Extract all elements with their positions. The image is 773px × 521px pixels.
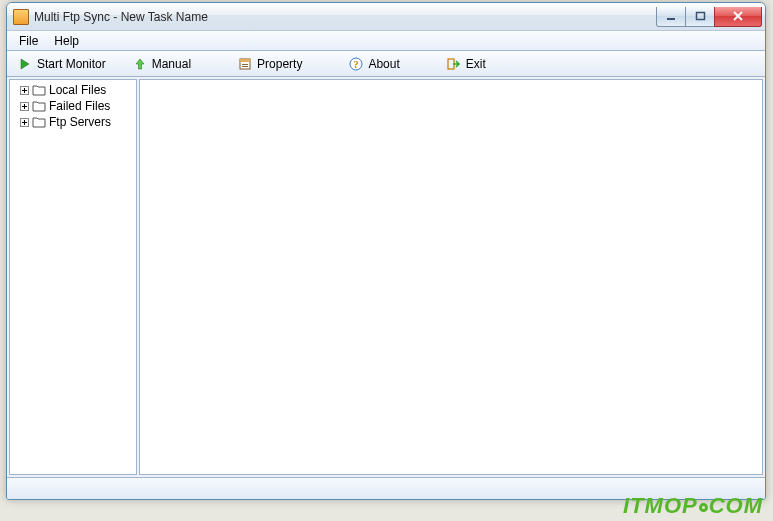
exit-icon: [446, 56, 462, 72]
play-icon: [17, 56, 33, 72]
folder-icon: [32, 116, 46, 128]
help-icon: ?: [348, 56, 364, 72]
expand-icon: [20, 118, 29, 127]
folder-icon: [32, 84, 46, 96]
expand-icon: [20, 102, 29, 111]
menu-file[interactable]: File: [11, 32, 46, 50]
close-button[interactable]: [714, 7, 762, 27]
expand-icon: [20, 86, 29, 95]
close-icon: [732, 10, 744, 22]
svg-rect-4: [242, 64, 248, 65]
tree-item-ftp-servers[interactable]: Ftp Servers: [10, 114, 136, 130]
tree-item-label: Failed Files: [49, 99, 110, 113]
about-label: About: [368, 57, 399, 71]
tree-item-failed-files[interactable]: Failed Files: [10, 98, 136, 114]
about-button[interactable]: ? About: [342, 54, 405, 74]
status-bar: [7, 477, 765, 499]
exit-label: Exit: [466, 57, 486, 71]
minimize-icon: [666, 11, 677, 22]
title-bar: Multi Ftp Sync - New Task Name: [7, 3, 765, 31]
tree-panel[interactable]: Local Files Failed Files Ftp Servers: [9, 79, 137, 475]
exit-button[interactable]: Exit: [440, 54, 492, 74]
window-control-buttons: [657, 7, 763, 27]
property-icon: [237, 56, 253, 72]
menu-help[interactable]: Help: [46, 32, 87, 50]
manual-label: Manual: [152, 57, 191, 71]
maximize-button[interactable]: [685, 7, 715, 27]
svg-rect-0: [667, 18, 675, 20]
tree-item-label: Ftp Servers: [49, 115, 111, 129]
upload-icon: [132, 56, 148, 72]
content-panel[interactable]: [139, 79, 763, 475]
start-monitor-label: Start Monitor: [37, 57, 106, 71]
property-label: Property: [257, 57, 302, 71]
svg-rect-1: [696, 12, 704, 19]
folder-icon: [32, 100, 46, 112]
property-button[interactable]: Property: [231, 54, 308, 74]
maximize-icon: [695, 11, 706, 22]
app-window: Multi Ftp Sync - New Task Name File Help…: [6, 2, 766, 500]
watermark-dot: [699, 503, 708, 512]
svg-rect-5: [242, 66, 248, 67]
svg-rect-3: [240, 59, 250, 62]
start-monitor-button[interactable]: Start Monitor: [11, 54, 112, 74]
app-icon: [13, 9, 29, 25]
manual-button[interactable]: Manual: [126, 54, 197, 74]
window-title: Multi Ftp Sync - New Task Name: [34, 10, 208, 24]
toolbar: Start Monitor Manual Property ? About Ex…: [7, 51, 765, 77]
menu-bar: File Help: [7, 31, 765, 51]
tree-item-local-files[interactable]: Local Files: [10, 82, 136, 98]
client-area: Local Files Failed Files Ftp Servers: [7, 77, 765, 477]
svg-text:?: ?: [354, 59, 359, 70]
tree-item-label: Local Files: [49, 83, 106, 97]
minimize-button[interactable]: [656, 7, 686, 27]
